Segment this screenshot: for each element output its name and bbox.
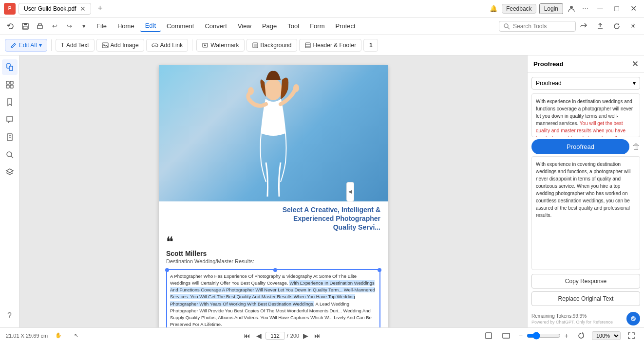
help-icon[interactable]: ?	[2, 308, 18, 324]
sun-icon[interactable]: ☀	[626, 19, 640, 33]
user-icon[interactable]	[566, 3, 577, 14]
background-button[interactable]: Background	[246, 39, 297, 52]
panel-footer: Remaining Tokens:99.9% Powered by ChatGP…	[528, 310, 644, 327]
sidebar-item-pages[interactable]	[2, 59, 18, 75]
page-dimensions: 21.01 X 29.69 cm	[6, 333, 48, 339]
handle-tm	[273, 268, 277, 272]
divider-1	[51, 39, 52, 51]
notification-icon[interactable]: 🔔	[488, 3, 499, 14]
fit-page-icon[interactable]	[482, 329, 495, 343]
panel-title: Proofread	[533, 60, 563, 68]
zoom-select[interactable]: 100% 75% 150% 200%	[592, 331, 621, 340]
svg-point-29	[293, 84, 299, 92]
sidebar-bottom: ?	[2, 308, 18, 327]
refresh-icon[interactable]	[610, 19, 624, 33]
subtitle-text: Destination Wedding/Master Results:	[166, 258, 380, 264]
feedback-button[interactable]: Feedback	[502, 4, 536, 14]
last-page-button[interactable]: ⏭	[312, 331, 323, 341]
fit-width-icon[interactable]	[499, 329, 513, 343]
sidebar-item-layers[interactable]	[2, 164, 18, 180]
sidebar-item-thumbnails[interactable]	[2, 77, 18, 92]
menu-home[interactable]: Home	[113, 20, 139, 32]
page-separator: /	[287, 333, 288, 339]
next-page-button[interactable]: ▶	[301, 331, 310, 341]
menu-view[interactable]: View	[233, 20, 256, 32]
proofread-button[interactable]: Proofread	[531, 139, 629, 154]
sidebar-item-attachments[interactable]	[2, 129, 18, 145]
add-image-button[interactable]: Add Image	[96, 39, 144, 52]
save-icon[interactable]	[19, 19, 32, 33]
svg-line-7	[508, 27, 510, 29]
menu-file[interactable]: File	[92, 20, 112, 32]
select-chevron: ▾	[633, 80, 636, 87]
close-button[interactable]: ✕	[626, 2, 640, 16]
redo-btn[interactable]: ↪	[62, 19, 76, 33]
login-button[interactable]: Login	[539, 3, 563, 14]
new-tab-button[interactable]: +	[94, 3, 106, 15]
sidebar-item-comments[interactable]	[2, 112, 18, 127]
selected-text-block[interactable]: A Photographer Who Has Experience Of Pho…	[166, 269, 380, 327]
svg-rect-2	[24, 23, 27, 25]
delete-button[interactable]: 🗑	[632, 143, 640, 151]
copy-response-button[interactable]: Copy Response	[531, 274, 640, 289]
svg-line-26	[11, 156, 13, 158]
more-options-icon[interactable]: ⋯	[580, 3, 590, 14]
proofread-select[interactable]: Proofread ▾	[531, 77, 640, 90]
result-text: With experience in covering destination …	[536, 162, 631, 218]
search-input[interactable]	[513, 23, 571, 30]
tokens-info: Remaining Tokens:99.9% Powered by ChatGP…	[531, 313, 613, 325]
menu-form[interactable]: Form	[305, 20, 329, 32]
pan-tool-icon[interactable]: ✋	[52, 329, 65, 343]
zoom-in-button[interactable]: +	[563, 331, 570, 341]
current-page-input[interactable]	[265, 332, 285, 340]
left-sidebar: ?	[0, 55, 19, 327]
prev-page-button[interactable]: ◀	[254, 331, 264, 341]
sidebar-item-search[interactable]	[2, 147, 18, 162]
share-icon[interactable]	[577, 19, 590, 33]
menu-convert[interactable]: Convert	[200, 20, 232, 32]
header-footer-icon	[304, 42, 311, 49]
original-text-box: With experience in destination weddings …	[531, 93, 640, 137]
panel-actions: Copy Response Replace Original Text	[528, 270, 644, 310]
add-text-button[interactable]: T Add Text	[56, 39, 95, 52]
ai-icon-button[interactable]	[626, 312, 640, 325]
zoom-control: − +	[517, 331, 570, 341]
app-icon: P	[4, 3, 16, 15]
rotate-left-icon[interactable]	[574, 329, 588, 343]
page-number-btn[interactable]: 1	[363, 39, 378, 52]
quote-mark: ❝	[166, 235, 380, 249]
search-tools-box[interactable]	[499, 21, 576, 32]
upload-icon[interactable]	[593, 19, 607, 33]
replace-original-button[interactable]: Replace Original Text	[531, 291, 640, 306]
zoom-out-button[interactable]: −	[517, 331, 525, 341]
watermark-button[interactable]: Watermark	[196, 39, 244, 52]
header-footer-button[interactable]: Header & Footer	[299, 39, 362, 52]
dropdown-btn[interactable]: ▾	[77, 19, 91, 33]
svg-rect-17	[9, 66, 13, 71]
menu-comment[interactable]: Comment	[162, 20, 199, 32]
menu-tool[interactable]: Tool	[283, 20, 304, 32]
maximize-button[interactable]: □	[610, 2, 624, 16]
fullscreen-icon[interactable]	[625, 329, 638, 343]
tab-close-icon[interactable]: ✕	[80, 5, 86, 13]
menu-page[interactable]: Page	[257, 20, 282, 32]
first-page-button[interactable]: ⏮	[242, 331, 252, 341]
print-icon[interactable]	[33, 19, 47, 33]
svg-rect-19	[10, 81, 13, 84]
minimize-button[interactable]: ─	[593, 2, 607, 16]
collapse-panel-button[interactable]: ◀	[346, 182, 354, 201]
panel-close-button[interactable]: ✕	[632, 59, 638, 69]
title-bar: P User Guild Book.pdf ✕ + 🔔 Feedback Log…	[0, 0, 644, 18]
edit-all-button[interactable]: Edit All ▾	[5, 39, 47, 52]
svg-rect-13	[305, 43, 310, 48]
menu-edit[interactable]: Edit	[140, 20, 161, 32]
pdf-tab[interactable]: User Guild Book.pdf ✕	[19, 3, 91, 15]
undo-icon[interactable]	[4, 19, 18, 33]
sidebar-item-bookmarks[interactable]	[2, 94, 18, 110]
zoom-slider[interactable]	[527, 332, 561, 340]
undo-btn[interactable]: ↩	[48, 19, 61, 33]
menu-protect[interactable]: Protect	[330, 20, 360, 32]
add-link-button[interactable]: Add Link	[146, 39, 189, 52]
select-tool-icon[interactable]: ↖	[69, 329, 83, 343]
svg-rect-21	[10, 85, 13, 88]
